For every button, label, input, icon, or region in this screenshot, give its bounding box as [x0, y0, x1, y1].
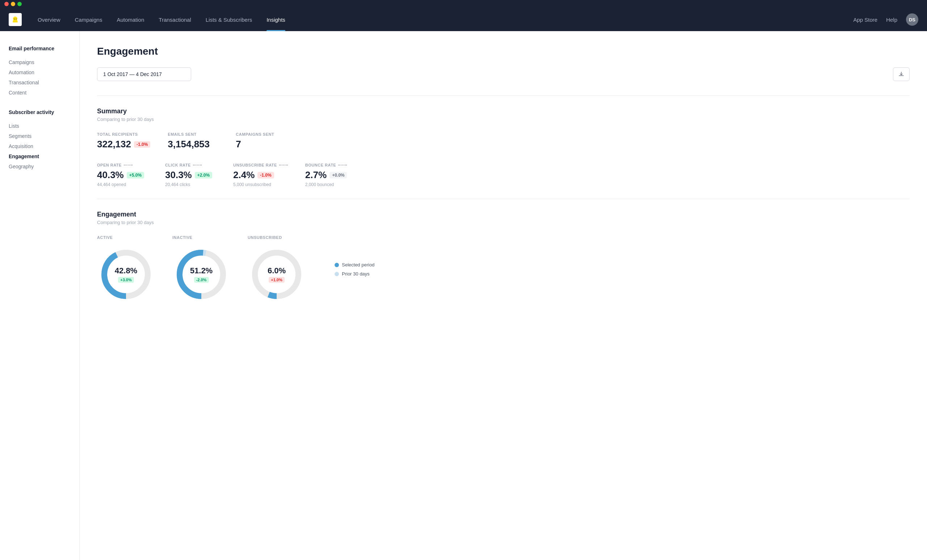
stat-value-bounce: 2.7%: [305, 169, 327, 181]
nav-item-lists[interactable]: Lists & Subscribers: [198, 8, 259, 31]
stat-emails-sent: EMAILS SENT 3,154,853: [168, 132, 218, 151]
nav-right: App Store Help DS: [853, 14, 918, 26]
legend-dot-selected: [334, 263, 339, 267]
sidebar-section-subscriber: Subscriber activity Lists Segments Acqui…: [9, 109, 71, 171]
legend-prior: Prior 30 days: [334, 271, 374, 276]
chart-inactive: INACTIVE 51.2% -2.0%: [172, 235, 230, 304]
chart-unsubscribed: UNSUBSCRIBED 6.0% +1.0%: [248, 235, 305, 304]
date-picker-row: 1 Oct 2017 — 4 Dec 2017: [97, 67, 910, 81]
donut-center-active: 42.8% +3.0%: [115, 266, 137, 283]
donut-inactive: 51.2% -2.0%: [172, 246, 230, 304]
donut-badge-active: +3.0%: [118, 277, 134, 283]
nav-app-store[interactable]: App Store: [853, 17, 877, 23]
stat-value-row-campaigns: 7: [236, 139, 286, 150]
stat-label-click-rate: CLICK RATE: [165, 163, 216, 167]
stat-detail-open: 44,464 opened: [97, 182, 148, 187]
badge-unsub: -1.0%: [257, 172, 274, 179]
legend-dot-prior: [334, 272, 339, 276]
engagement-title: Engagement: [97, 211, 910, 218]
donut-value-inactive: 51.2%: [190, 266, 213, 275]
stat-value-row-open: 40.3% +5.0%: [97, 169, 148, 181]
stat-value-emails: 3,154,853: [168, 139, 210, 150]
stat-value-campaigns: 7: [236, 139, 241, 150]
sidebar-item-acquisition[interactable]: Acquisition: [9, 141, 71, 151]
sidebar-section-title-subscriber: Subscriber activity: [9, 109, 71, 115]
stat-value-row-bounce: 2.7% +0.0%: [305, 169, 356, 181]
nav-item-transactional[interactable]: Transactional: [151, 8, 198, 31]
stat-value-unsub: 2.4%: [233, 169, 255, 181]
stat-campaigns-sent: CAMPAIGNS SENT 7: [236, 132, 286, 151]
stat-label-unsub-rate: UNSUBSCRIBE RATE: [233, 163, 288, 167]
sidebar: Email performance Campaigns Automation T…: [0, 31, 80, 560]
summary-rate-stats: OPEN RATE 40.3% +5.0% 44,464 opened CLIC…: [97, 163, 910, 187]
sidebar-item-transactional[interactable]: Transactional: [9, 77, 71, 88]
avatar[interactable]: DS: [906, 14, 918, 26]
download-button[interactable]: [893, 67, 910, 81]
legend-label-prior: Prior 30 days: [342, 271, 370, 276]
summary-top-stats: TOTAL RECIPIENTS 322,132 -1.0% EMAILS SE…: [97, 132, 910, 151]
sidebar-item-automation[interactable]: Automation: [9, 67, 71, 77]
sidebar-item-campaigns[interactable]: Campaigns: [9, 57, 71, 67]
donut-badge-inactive: -2.0%: [194, 277, 209, 283]
stat-value-open: 40.3%: [97, 169, 124, 181]
charts-row: ACTIVE 42.8% +3.0%: [97, 235, 910, 304]
donut-active: 42.8% +3.0%: [97, 246, 155, 304]
sidebar-item-geography[interactable]: Geography: [9, 161, 71, 171]
nav-item-insights[interactable]: Insights: [259, 8, 293, 31]
navbar: Overview Campaigns Automation Transactio…: [0, 8, 927, 31]
nav-item-campaigns[interactable]: Campaigns: [68, 8, 110, 31]
donut-badge-unsub: +1.0%: [269, 277, 285, 283]
stat-label-open-rate: OPEN RATE: [97, 163, 148, 167]
sidebar-item-engagement[interactable]: Engagement: [9, 151, 71, 161]
date-range-input[interactable]: 1 Oct 2017 — 4 Dec 2017: [97, 67, 191, 81]
sidebar-section-title-email: Email performance: [9, 46, 71, 52]
chart-label-unsub: UNSUBSCRIBED: [248, 235, 282, 240]
engagement-section: Engagement Comparing to prior 30 days AC…: [97, 211, 910, 304]
stat-label-campaigns-sent: CAMPAIGNS SENT: [236, 132, 286, 137]
badge-recipients: -1.0%: [134, 141, 150, 148]
stat-value-row-unsub: 2.4% -1.0%: [233, 169, 288, 181]
stat-open-rate: OPEN RATE 40.3% +5.0% 44,464 opened: [97, 163, 148, 187]
donut-center-unsub: 6.0% +1.0%: [267, 266, 286, 283]
stat-value-row-recipients: 322,132 -1.0%: [97, 139, 150, 150]
chart-label-active: ACTIVE: [97, 235, 112, 240]
chart-label-inactive: INACTIVE: [172, 235, 192, 240]
badge-open: +5.0%: [127, 172, 144, 179]
nav-item-overview[interactable]: Overview: [30, 8, 68, 31]
download-icon: [898, 71, 904, 77]
nav-help[interactable]: Help: [886, 17, 897, 23]
summary-subtitle: Comparing to prior 30 days: [97, 117, 910, 122]
titlebar: [0, 0, 927, 8]
stat-label-total-recipients: TOTAL RECIPIENTS: [97, 132, 150, 137]
stat-detail-click: 20,464 clicks: [165, 182, 216, 187]
nav-item-automation[interactable]: Automation: [109, 8, 151, 31]
layout: Email performance Campaigns Automation T…: [0, 31, 927, 560]
stat-unsubscribe-rate: UNSUBSCRIBE RATE 2.4% -1.0% 5,000 unsubs…: [233, 163, 288, 187]
stat-value-row-emails: 3,154,853: [168, 139, 218, 150]
legend-label-selected: Selected period: [342, 262, 374, 267]
stat-total-recipients: TOTAL RECIPIENTS 322,132 -1.0%: [97, 132, 150, 151]
stat-value-row-click: 30.3% +2.0%: [165, 169, 216, 181]
page-title: Engagement: [97, 46, 910, 57]
sidebar-item-segments[interactable]: Segments: [9, 131, 71, 141]
logo[interactable]: [9, 13, 22, 26]
svg-point-0: [14, 19, 15, 20]
sidebar-item-content[interactable]: Content: [9, 88, 71, 98]
minimize-dot: [11, 2, 15, 6]
donut-center-inactive: 51.2% -2.0%: [190, 266, 213, 283]
donut-value-active: 42.8%: [115, 266, 137, 275]
summary-title: Summary: [97, 108, 910, 115]
stat-value-recipients: 322,132: [97, 139, 131, 150]
stat-detail-unsub: 5,000 unsubscribed: [233, 182, 288, 187]
chart-active: ACTIVE 42.8% +3.0%: [97, 235, 155, 304]
stat-value-click: 30.3%: [165, 169, 192, 181]
stat-click-rate: CLICK RATE 30.3% +2.0% 20,464 clicks: [165, 163, 216, 187]
nav-items: Overview Campaigns Automation Transactio…: [30, 8, 853, 31]
summary-section: Summary Comparing to prior 30 days: [97, 108, 910, 122]
chart-legend: Selected period Prior 30 days: [334, 262, 374, 276]
engagement-subtitle: Comparing to prior 30 days: [97, 220, 910, 225]
stat-label-emails-sent: EMAILS SENT: [168, 132, 218, 137]
sidebar-item-lists[interactable]: Lists: [9, 121, 71, 131]
badge-click: +2.0%: [195, 172, 212, 179]
divider-2: [97, 199, 910, 199]
